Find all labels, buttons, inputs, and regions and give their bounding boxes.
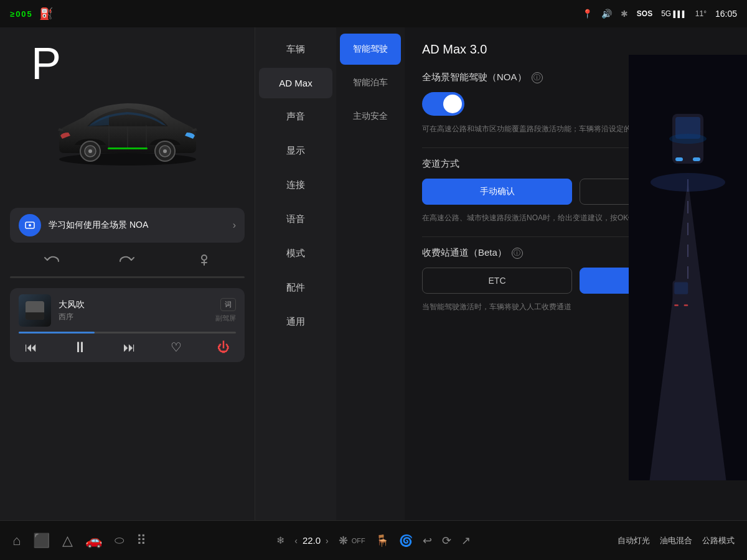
music-subbadge: 副驾屏: [215, 314, 236, 323]
nav-item-connect[interactable]: 连接: [259, 169, 332, 201]
car-icon[interactable]: 🚗: [85, 533, 102, 549]
nav-panel: 车辆 AD Max 声音 显示 连接 语音 模式 配件 通用: [255, 27, 336, 520]
nav-item-admax[interactable]: AD Max: [259, 68, 332, 98]
noa-icon: [19, 214, 41, 236]
temp-decrease-button[interactable]: ‹: [294, 536, 298, 546]
taskbar-right: 自动灯光 油电混合 公路模式: [471, 535, 735, 546]
nav-item-accessories[interactable]: 配件: [259, 272, 332, 304]
defroster-icon[interactable]: 🌀: [399, 534, 413, 548]
play-pause-button[interactable]: ⏸: [73, 338, 88, 356]
nav-item-display[interactable]: 显示: [259, 135, 332, 167]
svg-rect-20: [693, 157, 700, 161]
svg-rect-23: [674, 282, 688, 294]
fan-control: ❋ OFF: [339, 534, 365, 548]
temp-control: ‹ 22.0 ›: [294, 535, 329, 546]
svg-point-21: [669, 134, 707, 144]
nav-icon[interactable]: △: [62, 533, 73, 549]
music-controls: ⏮ ⏸ ⏭ ♡ ⏻: [19, 338, 236, 356]
music-badge[interactable]: 词: [220, 298, 236, 311]
quick-btn-1[interactable]: [42, 253, 60, 271]
fan-icon[interactable]: ❋: [339, 534, 348, 548]
taskbar: ⌂ ⬛ △ 🚗 ⬭ ⠿ ❄ ‹ 22.0 › ❋ OFF 🪑 🌀 ↩ ⟳ ↗ 自…: [0, 520, 747, 560]
split-screen-icon[interactable]: ⬛: [33, 533, 50, 549]
music-top: 大风吹 西序 词 副驾屏: [19, 294, 236, 327]
noa-toggle-knob: [443, 95, 462, 113]
quick-controls: [0, 248, 255, 276]
song-artist: 西序: [59, 312, 208, 322]
status-left: ≥005 ⛽: [10, 7, 53, 21]
etc-button[interactable]: ETC: [422, 268, 572, 294]
car-image: [40, 80, 215, 173]
nav-item-audio[interactable]: 声音: [259, 101, 332, 133]
nav-item-voice[interactable]: 语音: [259, 203, 332, 235]
toll-info-icon[interactable]: ⓘ: [512, 248, 523, 259]
fuel-icon: ⛽: [39, 7, 53, 21]
noa-info-icon[interactable]: ⓘ: [532, 72, 543, 83]
subnav-panel: 智能驾驶 智能泊车 主动安全: [336, 27, 405, 520]
noa-banner[interactable]: 学习如何使用全场景 NOA ›: [10, 208, 245, 243]
favorite-button[interactable]: ♡: [171, 340, 182, 355]
music-progress-fill: [19, 332, 95, 334]
music-progress-bar[interactable]: [19, 332, 236, 334]
fan-off-label: OFF: [352, 537, 365, 544]
auto-icon[interactable]: ↗: [461, 534, 471, 548]
speed-indicator: ≥005: [10, 9, 33, 19]
song-title: 大风吹: [59, 299, 208, 310]
svg-rect-24: [674, 304, 679, 306]
temp-increase-button[interactable]: ›: [326, 536, 329, 546]
taskbar-left: ⌂ ⬛ △ 🚗 ⬭ ⠿: [12, 533, 276, 549]
status-bar: ≥005 ⛽ 📍 🔊 ✱ SOS 5G ▌▌▌ 11° 16:05: [0, 0, 747, 27]
album-art: [19, 294, 51, 327]
svg-point-12: [29, 224, 31, 226]
quick-btn-3[interactable]: [195, 253, 213, 271]
mirror-icon[interactable]: ⬭: [115, 534, 124, 547]
rear-icon[interactable]: ↩: [423, 534, 432, 548]
status-right: 📍 🔊 ✱ SOS 5G ▌▌▌ 11° 16:05: [582, 9, 737, 19]
bluetooth-icon: ✱: [621, 9, 628, 19]
location-icon: 📍: [582, 9, 593, 19]
lane-manual-button[interactable]: 手动确认: [422, 179, 572, 205]
nav-item-general[interactable]: 通用: [259, 306, 332, 338]
car-section: P: [0, 27, 255, 208]
apps-icon[interactable]: ⠿: [136, 533, 146, 549]
svg-point-6: [163, 149, 167, 153]
section-divider: [10, 276, 245, 278]
signal-label: 5G ▌▌▌: [661, 9, 687, 18]
road-mode-button[interactable]: 公路模式: [702, 535, 735, 546]
left-panel: P: [0, 27, 255, 520]
svg-point-13: [202, 255, 207, 260]
next-button[interactable]: ⏭: [123, 340, 136, 355]
camera-view: [629, 55, 747, 480]
svg-rect-10: [108, 147, 148, 149]
home-icon[interactable]: ⌂: [12, 533, 21, 549]
nav-item-mode[interactable]: 模式: [259, 238, 332, 269]
svg-rect-25: [684, 304, 688, 306]
temperature-label: 11°: [695, 9, 707, 18]
subnav-item-smart-park[interactable]: 智能泊车: [340, 67, 401, 98]
subnav-item-active-safety[interactable]: 主动安全: [340, 101, 401, 132]
seat-heat-icon[interactable]: 🪑: [375, 534, 389, 548]
noa-toggle-switch[interactable]: [422, 92, 464, 116]
quick-btn-2[interactable]: [119, 253, 136, 271]
taskbar-center: ❄ ‹ 22.0 › ❋ OFF 🪑 🌀 ↩ ⟳ ↗: [276, 534, 471, 548]
svg-point-26: [651, 173, 725, 192]
noa-banner-text: 学习如何使用全场景 NOA: [49, 220, 225, 231]
hybrid-mode-button[interactable]: 油电混合: [660, 535, 692, 546]
music-info: 大风吹 西序: [59, 299, 208, 322]
sos-label: SOS: [637, 9, 652, 18]
noa-arrow-icon: ›: [233, 220, 236, 231]
svg-point-3: [88, 149, 92, 153]
main-screen: P: [0, 27, 747, 520]
power-button[interactable]: ⏻: [217, 340, 230, 355]
subnav-item-smart-drive[interactable]: 智能驾驶: [340, 34, 401, 65]
svg-rect-19: [675, 157, 683, 161]
prev-button[interactable]: ⏮: [25, 340, 37, 355]
volume-icon: 🔊: [601, 9, 612, 19]
auto-lights-button[interactable]: 自动灯光: [618, 535, 650, 546]
svg-point-0: [59, 153, 196, 166]
sync-icon[interactable]: ⟳: [442, 534, 451, 548]
nav-item-vehicle[interactable]: 车辆: [259, 34, 332, 65]
ac-icon[interactable]: ❄: [276, 534, 284, 546]
temperature-value: 22.0: [303, 535, 321, 546]
music-section: 大风吹 西序 词 副驾屏 ⏮ ⏸ ⏭ ♡ ⏻: [10, 288, 245, 362]
